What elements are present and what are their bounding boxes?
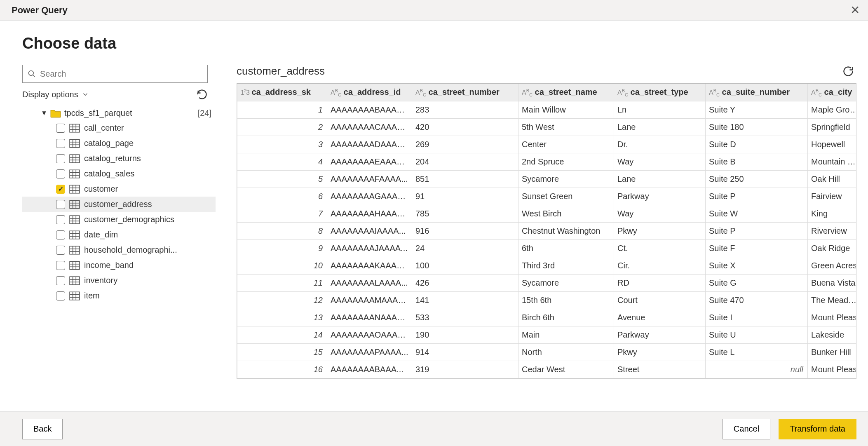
cell: AAAAAAAAPAAAA... [327, 343, 412, 361]
table-row[interactable]: 8AAAAAAAAIAAAA...916Chestnut WashingtonP… [237, 222, 857, 239]
cell: 10 [237, 257, 327, 274]
table-item-catalogpage[interactable]: catalog_page [22, 136, 216, 151]
cell: Parkway [614, 188, 706, 205]
table-name: catalog_returns [84, 154, 141, 163]
column-header-ca_street_type[interactable]: ABC ca_street_type [614, 84, 706, 101]
column-header-ca_address_id[interactable]: ABC ca_address_id [327, 84, 412, 101]
checkbox[interactable] [56, 200, 65, 209]
search-box[interactable] [22, 65, 208, 83]
table-item-datedim[interactable]: date_dim [22, 227, 216, 242]
table-row[interactable]: 16AAAAAAAABAAA...319Cedar WestStreetnull… [237, 361, 857, 378]
column-header-ca_city[interactable]: ABC ca_city [808, 84, 857, 101]
cell: Hopewell [808, 136, 857, 153]
cell: AAAAAAAACAAAA... [327, 118, 412, 136]
cell: Green Acres [808, 257, 857, 274]
refresh-icon[interactable] [196, 89, 208, 100]
table-row[interactable]: 5AAAAAAAAFAAAA...851SycamoreLaneSuite 25… [237, 170, 857, 188]
search-input[interactable] [39, 69, 202, 79]
table-row[interactable]: 12AAAAAAAAMAAAA...14115th 6thCourtSuite … [237, 291, 857, 309]
svg-rect-53 [70, 277, 80, 285]
svg-point-0 [29, 71, 34, 76]
transform-data-button[interactable]: Transform data [779, 419, 856, 439]
table-row[interactable]: 13AAAAAAAANAAAA...533Birch 6thAvenueSuit… [237, 309, 857, 326]
table-icon [69, 185, 80, 194]
checkbox[interactable] [56, 246, 65, 255]
back-button[interactable]: Back [22, 419, 63, 439]
cell: 3 [237, 136, 327, 153]
checkbox[interactable] [56, 124, 65, 133]
folder-icon [50, 109, 61, 118]
cell: 6th [518, 239, 614, 257]
table-row[interactable]: 14AAAAAAAAOAAAA...190MainParkwaySuite UL… [237, 326, 857, 343]
table-item-householddemographi[interactable]: household_demographi... [22, 242, 216, 258]
table-row[interactable]: 2AAAAAAAACAAAA...4205th WestLaneSuite 18… [237, 118, 857, 136]
checkbox[interactable] [56, 261, 65, 270]
table-item-inventory[interactable]: inventory [22, 273, 216, 288]
table-row[interactable]: 1AAAAAAAABAAAA...283Main WillowLnSuite Y… [237, 101, 857, 118]
checkbox[interactable] [56, 154, 65, 163]
table-name: item [84, 291, 100, 300]
table-name: catalog_page [84, 138, 134, 148]
cell: Ln [614, 101, 706, 118]
table-item-catalogsales[interactable]: catalog_sales [22, 166, 216, 181]
table-icon [69, 139, 80, 148]
table-item-callcenter[interactable]: call_center [22, 120, 216, 136]
table-row[interactable]: 6AAAAAAAAGAAAA...91Sunset GreenParkwaySu… [237, 188, 857, 205]
collapse-icon [41, 110, 47, 116]
svg-rect-48 [70, 261, 80, 270]
table-row[interactable]: 10AAAAAAAAKAAAA...100Third 3rdCir.Suite … [237, 257, 857, 274]
folder-row[interactable]: tpcds_sf1_parquet [24] [22, 106, 216, 120]
cell: 141 [412, 291, 518, 309]
refresh-preview-icon[interactable] [842, 66, 854, 77]
table-item-incomeband[interactable]: income_band [22, 258, 216, 273]
cancel-button[interactable]: Cancel [723, 419, 770, 439]
cell: Suite P [706, 222, 808, 239]
column-header-ca_suite_number[interactable]: ABC ca_suite_number [706, 84, 808, 101]
checkbox[interactable] [56, 169, 65, 178]
table-row[interactable]: 7AAAAAAAAHAAAA...785West BirchWaySuite W… [237, 205, 857, 222]
table-row[interactable]: 9AAAAAAAAJAAAA...246thCt.Suite FOak Ridg… [237, 239, 857, 257]
cell: 7 [237, 205, 327, 222]
cell: 15 [237, 343, 327, 361]
cell: AAAAAAAALAAAA... [327, 274, 412, 291]
table-row[interactable]: 15AAAAAAAAPAAAA...914NorthPkwySuite LBun… [237, 343, 857, 361]
checkbox[interactable] [56, 139, 65, 148]
column-header-ca_street_number[interactable]: ABC ca_street_number [412, 84, 518, 101]
checkbox[interactable] [56, 291, 65, 300]
checkbox[interactable] [56, 215, 65, 224]
checkbox[interactable] [56, 230, 65, 239]
cell: Suite U [706, 326, 808, 343]
cell: Lakeside [808, 326, 857, 343]
data-grid[interactable]: 123 ca_address_skABC ca_address_idABC ca… [237, 83, 856, 379]
table-row[interactable]: 3AAAAAAAADAAAA...269CenterDr.Suite DHope… [237, 136, 857, 153]
cell: AAAAAAAAGAAAA... [327, 188, 412, 205]
table-item-customerdemographics[interactable]: customer_demographics [22, 212, 216, 227]
table-row[interactable]: 4AAAAAAAAEAAAA...2042nd SpruceWaySuite B… [237, 153, 857, 170]
cell: 14 [237, 326, 327, 343]
cell: AAAAAAAAHAAAA... [327, 205, 412, 222]
chevron-down-icon [82, 91, 89, 98]
svg-rect-38 [70, 231, 80, 239]
cell: Avenue [614, 309, 706, 326]
cell: Sycamore [518, 274, 614, 291]
table-row[interactable]: 11AAAAAAAALAAAA...426SycamoreRDSuite GBu… [237, 274, 857, 291]
table-item-item[interactable]: item [22, 288, 216, 303]
table-name: customer_address [84, 200, 152, 209]
cell: Mountain Vie [808, 153, 857, 170]
cell: Sunset Green [518, 188, 614, 205]
svg-rect-33 [70, 216, 80, 224]
cell: 6 [237, 188, 327, 205]
column-header-ca_street_name[interactable]: ABC ca_street_name [518, 84, 614, 101]
table-item-catalogreturns[interactable]: catalog_returns [22, 151, 216, 166]
cell: 283 [412, 101, 518, 118]
column-header-ca_address_sk[interactable]: 123 ca_address_sk [237, 84, 327, 101]
cell: Center [518, 136, 614, 153]
table-item-customer[interactable]: customer [22, 181, 216, 197]
close-icon[interactable]: ✕ [850, 3, 860, 17]
display-options-dropdown[interactable]: Display options [22, 90, 89, 99]
checkbox[interactable] [56, 185, 65, 194]
cell: 916 [412, 222, 518, 239]
table-item-customeraddress[interactable]: customer_address [22, 197, 216, 212]
checkbox[interactable] [56, 276, 65, 285]
cell: Way [614, 153, 706, 170]
